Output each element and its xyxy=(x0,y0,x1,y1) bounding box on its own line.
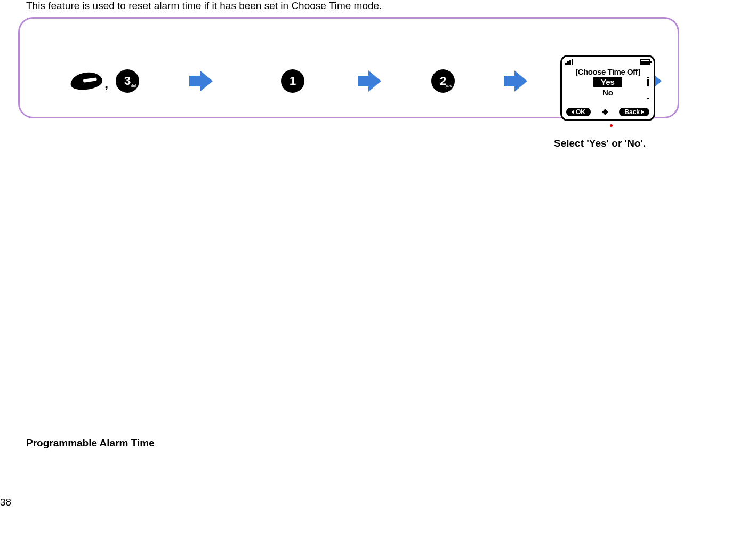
key-sublabel: def xyxy=(131,84,136,87)
key-digit: 1 xyxy=(289,74,296,88)
intro-text: This feature is used to reset alarm time… xyxy=(26,0,382,12)
menu-key-icon xyxy=(69,70,103,92)
nav-diamond-icon xyxy=(601,108,609,116)
softkey-back[interactable]: Back xyxy=(619,108,649,116)
instruction-text: Select 'Yes' or 'No'. xyxy=(554,138,646,149)
keypad-1-icon: 1 xyxy=(281,69,304,93)
option-no[interactable]: No xyxy=(602,88,613,97)
phone-display: [Choose Time Off] Yes No OK Back xyxy=(560,55,655,121)
softkey-label: Back xyxy=(624,108,640,116)
battery-icon xyxy=(640,59,650,65)
key-sublabel: abc xyxy=(446,84,452,87)
instruction-diagram: , 3 def 1 2 abc 1 [Choose Time O xyxy=(18,17,679,118)
option-yes[interactable]: Yes xyxy=(593,77,622,87)
section-heading: Programmable Alarm Time xyxy=(26,437,155,449)
arrow-icon xyxy=(358,70,381,92)
key-digit: 3 xyxy=(124,74,131,88)
softkey-row: OK Back xyxy=(565,107,650,117)
triangle-left-icon xyxy=(572,110,574,114)
softkey-ok[interactable]: OK xyxy=(566,108,591,116)
scrollbar[interactable] xyxy=(647,77,649,99)
marker-dot xyxy=(610,124,613,127)
options-list: Yes No xyxy=(565,77,650,97)
arrow-icon xyxy=(189,70,213,92)
signal-icon xyxy=(565,59,575,65)
triangle-right-icon xyxy=(641,110,644,114)
softkey-label: OK xyxy=(576,108,585,116)
arrow-icon xyxy=(504,70,527,92)
keypad-2-icon: 2 abc xyxy=(431,69,455,93)
keypad-3-icon: 3 def xyxy=(116,69,139,93)
page-number: 38 xyxy=(0,496,11,508)
screen-title: [Choose Time Off] xyxy=(565,67,650,76)
separator-comma: , xyxy=(104,75,108,93)
status-bar xyxy=(565,59,650,66)
